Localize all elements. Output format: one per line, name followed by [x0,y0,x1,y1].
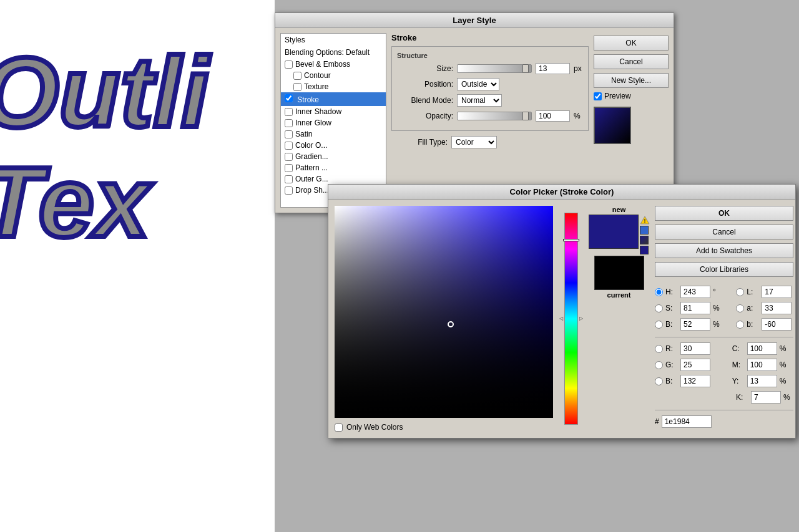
m-label: M: [732,360,745,369]
position-select[interactable]: Outside Inside Center [457,78,499,90]
hue-arrow-right: ▷ [579,316,583,321]
stroke-item[interactable]: Stroke [281,92,386,106]
hex-input[interactable] [662,415,712,428]
new-style-button[interactable]: New Style... [594,73,669,88]
drop-shadow-checkbox[interactable] [285,186,293,195]
hue-arrow-left: ◁ [559,316,563,321]
cp-cancel-button[interactable]: Cancel [655,225,793,239]
fill-type-select[interactable]: Color Gradient Pattern [451,136,497,148]
c-input[interactable] [747,342,777,355]
opacity-slider-thumb[interactable] [522,112,529,120]
b-lab-input[interactable] [762,318,792,331]
bright-radio[interactable] [655,321,663,329]
hue-input[interactable] [680,286,710,298]
outer-glow-checkbox[interactable] [285,175,293,183]
sat-unit: % [713,304,723,312]
hue-radio[interactable] [655,288,663,296]
opacity-input[interactable] [536,110,570,122]
contour-item[interactable]: Contour [281,70,386,81]
structure-title: Structure [397,52,583,59]
size-slider-thumb[interactable] [522,64,529,73]
cp-ok-button[interactable]: OK [655,206,793,221]
ok-button[interactable]: OK [594,36,669,51]
bright-field-row: B: % b: [655,318,793,331]
color-overlay-checkbox[interactable] [285,142,293,150]
hue-unit: ° [713,288,723,296]
gradient-cursor [448,321,454,327]
g-input[interactable] [680,359,710,371]
svg-text:!: ! [644,218,645,224]
preview-checkbox[interactable] [594,92,602,100]
color-gradient-box[interactable] [335,206,553,418]
k-input[interactable] [751,391,781,404]
texture-item[interactable]: Texture [281,81,386,92]
gradient-overlay-item[interactable]: Gradien... [281,151,386,162]
r-input[interactable] [680,342,710,355]
inner-glow-checkbox[interactable] [285,119,293,127]
position-label: Position: [397,80,453,89]
gradient-overlay-checkbox[interactable] [285,153,293,161]
m-input[interactable] [747,359,777,371]
inner-shadow-checkbox[interactable] [285,108,293,116]
color-picker-dialog: Color Picker (Stroke Color) Only Web Col… [328,184,796,438]
cp-controls: OK Cancel Add to Swatches Color Librarie… [655,206,793,432]
stroke-panel: Stroke Structure Size: px Position: Outs… [391,33,589,208]
contour-checkbox[interactable] [293,72,301,80]
size-slider[interactable] [457,64,532,73]
layer-style-title: Layer Style [275,13,674,28]
preview-label: Preview [604,92,631,100]
b-lab-radio[interactable] [736,321,744,329]
only-web-colors-checkbox[interactable] [335,423,343,432]
add-to-swatches-button[interactable]: Add to Swatches [655,243,793,258]
r-radio[interactable] [655,345,663,353]
bright-input[interactable] [680,318,710,331]
satin-item[interactable]: Satin [281,128,386,140]
a-radio[interactable] [736,304,744,312]
current-color-swatch[interactable] [594,256,644,290]
preview-row: Preview [594,92,669,100]
styles-item[interactable]: Styles [281,34,386,46]
pattern-overlay-item[interactable]: Pattern ... [281,162,386,173]
l-label: L: [747,288,759,296]
inner-glow-item[interactable]: Inner Glow [281,117,386,128]
y-input[interactable] [747,375,777,387]
action-panel: OK Cancel New Style... Preview [594,33,669,208]
k-unit: % [783,393,793,402]
hue-slider[interactable] [564,213,578,425]
size-input[interactable] [536,63,570,74]
canvas-text: OutliTex [0,37,208,257]
texture-checkbox[interactable] [293,83,301,91]
new-color-swatch[interactable] [589,215,639,249]
stroke-title: Stroke [391,33,589,42]
sat-field-label: S: [665,304,678,312]
outer-glow-item[interactable]: Outer G... [281,173,386,185]
pattern-overlay-checkbox[interactable] [285,164,293,172]
fill-type-row: Fill Type: Color Gradient Pattern [391,136,589,148]
color-picker-title: Color Picker (Stroke Color) [328,185,795,200]
sat-radio[interactable] [655,304,663,312]
sat-input[interactable] [680,302,710,314]
color-overlay-item[interactable]: Color O... [281,140,386,151]
b-input[interactable] [680,375,710,387]
cancel-button[interactable]: Cancel [594,54,669,69]
bevel-emboss-item[interactable]: Bevel & Emboss [281,59,386,70]
blending-options-item[interactable]: Blending Options: Default [281,46,386,59]
inner-shadow-item[interactable]: Inner Shadow [281,106,386,117]
canvas-text-area: OutliTex [0,0,275,532]
opacity-slider[interactable] [457,112,532,120]
blend-mode-select[interactable]: Normal Dissolve Multiply [457,94,502,107]
l-radio[interactable] [736,288,744,296]
g-radio[interactable] [655,361,663,369]
stroke-checkbox[interactable] [285,94,293,102]
bevel-emboss-checkbox[interactable] [285,60,293,69]
a-input[interactable] [762,302,792,314]
bright-unit: % [713,320,723,329]
b-radio[interactable] [655,377,663,385]
color-libraries-button[interactable]: Color Libraries [655,262,793,277]
size-label: Size: [397,64,453,73]
l-input[interactable] [762,286,792,298]
satin-checkbox[interactable] [285,130,293,138]
preview-swatch [594,107,631,144]
hex-field-row: # [655,415,793,428]
opacity-label: Opacity: [397,112,453,120]
